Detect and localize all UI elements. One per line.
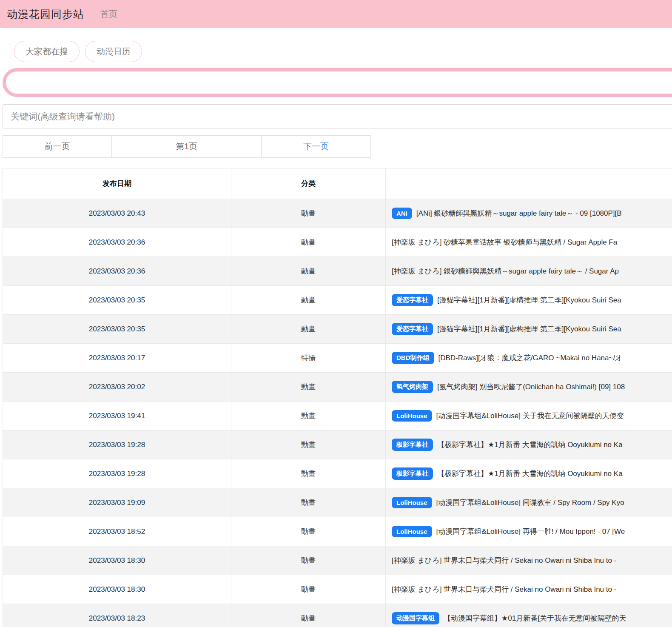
title-link[interactable]: 【动漫国字幕组】★01月新番[关于我在无意间被隔壁的天 (444, 614, 626, 622)
category-cell: 動畫 (231, 199, 386, 228)
release-date-cell: 2023/03/03 18:30 (3, 546, 231, 575)
release-date-cell: 2023/03/03 19:28 (3, 430, 231, 459)
release-date-cell: 2023/03/03 19:41 (3, 402, 231, 430)
next-page-button[interactable]: 下一页 (261, 136, 370, 157)
category-cell: 動畫 (231, 488, 386, 517)
anime-calendar-button[interactable]: 动漫日历 (85, 41, 142, 62)
title-link[interactable]: [DBD-Raws][牙狼：魔戒之花/GARO ~Makai no Hana~/… (439, 354, 623, 362)
release-date-cell: 2023/03/03 20:36 (3, 228, 231, 257)
current-page-indicator: 第1页 (111, 136, 261, 157)
title-link[interactable]: [漫猫字幕社][1月新番][虚构推理 第二季][Kyokou Suiri Sea (437, 325, 621, 333)
release-date-cell: 2023/03/03 18:52 (3, 517, 231, 546)
keyword-input[interactable] (3, 104, 672, 128)
title-link[interactable]: [神楽坂 まひろ] 世界末日与柴犬同行 / Sekai no Owari ni … (392, 585, 616, 593)
col-header-category: 分类 (231, 168, 386, 199)
results-table: 发布日期 分类 2023/03/03 20:43 動畫 ANi[ANi] 銀砂糖… (3, 168, 672, 627)
title-cell: LoliHouse[动漫国字幕组&LoliHouse] 再得一胜! / Mou … (386, 517, 672, 546)
table-row: 2023/03/03 19:28 動畫 极影字幕社【极影字幕社】★1月新番 大雪… (3, 430, 672, 459)
title-cell: LoliHouse[动漫国字幕组&LoliHouse] 关于我在无意间被隔壁的天… (386, 402, 672, 430)
table-row: 2023/03/03 20:43 動畫 ANi[ANi] 銀砂糖師與黑妖精～su… (3, 199, 672, 228)
group-badge[interactable]: 极影字幕社 (392, 439, 433, 451)
category-cell: 動畫 (231, 228, 386, 257)
title-cell: LoliHouse[动漫国字幕组&LoliHouse] 间谍教室 / Spy R… (386, 488, 672, 517)
title-cell: ANi[ANi] 銀砂糖師與黑妖精～sugar apple fairy tale… (386, 199, 672, 228)
group-badge[interactable]: 爱恋字幕社 (392, 294, 433, 306)
prev-page-button[interactable]: 前一页 (3, 136, 111, 157)
title-cell: [神楽坂 まひろ] 銀砂糖師與黑妖精～sugar apple fairy tal… (386, 257, 672, 286)
col-header-title (386, 168, 672, 199)
title-cell: 极影字幕社【极影字幕社】★1月新番 大雪海的凯纳 Ooyukiumi no Ka (386, 430, 672, 459)
category-cell: 動畫 (231, 575, 386, 604)
category-cell: 動畫 (231, 257, 386, 286)
table-row: 2023/03/03 19:41 動畫 LoliHouse[动漫国字幕组&Lol… (3, 402, 672, 430)
hot-search-button[interactable]: 大家都在搜 (14, 41, 80, 62)
quick-links-row: 大家都在搜 动漫日历 (14, 41, 672, 62)
title-cell: 极影字幕社【极影字幕社】★1月新番 大雪海的凯纳 Ooyukiumi no Ka (386, 459, 672, 488)
group-badge[interactable]: 极影字幕社 (392, 467, 433, 480)
top-bar: 动漫花园同步站 首页 (0, 0, 672, 28)
title-cell: 爱恋字幕社[漫貓字幕社][1月新番][虛構推理 第二季][Kyokou Suir… (386, 286, 672, 315)
table-row: 2023/03/03 18:30 動畫 [神楽坂 まひろ] 世界末日与柴犬同行 … (3, 546, 672, 575)
group-badge[interactable]: LoliHouse (392, 497, 432, 508)
table-row: 2023/03/03 19:28 動畫 极影字幕社【极影字幕社】★1月新番 大雪… (3, 459, 672, 488)
nav-home-link[interactable]: 首页 (100, 9, 117, 20)
group-badge[interactable]: LoliHouse (392, 410, 432, 422)
title-link[interactable]: [神楽坂 まひろ] 銀砂糖師與黑妖精～sugar apple fairy tal… (392, 267, 619, 275)
title-link[interactable]: [动漫国字幕组&LoliHouse] 再得一胜! / Mou Ippon! - … (436, 527, 625, 536)
release-date-cell: 2023/03/03 18:30 (3, 575, 231, 604)
category-cell: 動畫 (231, 402, 386, 430)
release-date-cell: 2023/03/03 19:28 (3, 459, 231, 488)
title-link[interactable]: [动漫国字幕组&LoliHouse] 间谍教室 / Spy Room / Spy… (436, 499, 624, 507)
title-cell: 动漫国字幕组【动漫国字幕组】★01月新番[关于我在无意间被隔壁的天 (386, 604, 672, 627)
category-cell: 動畫 (231, 517, 386, 546)
category-cell: 動畫 (231, 546, 386, 575)
title-link[interactable]: 【极影字幕社】★1月新番 大雪海的凯纳 Ooyukiumi no Ka (437, 470, 623, 478)
title-link[interactable]: [神楽坂 まひろ] 砂糖苹果童话故事 银砂糖师与黑妖精 / Sugar Appl… (392, 238, 617, 246)
release-date-cell: 2023/03/03 20:17 (3, 344, 231, 373)
title-link[interactable]: 【极影字幕社】★1月新番 大雪海的凯纳 Ooyukiumi no Ka (437, 441, 623, 449)
category-cell: 動畫 (231, 286, 386, 315)
group-badge[interactable]: ANi (392, 208, 412, 219)
release-date-cell: 2023/03/03 20:35 (3, 286, 231, 315)
group-badge[interactable]: 爱恋字幕社 (392, 323, 433, 335)
table-row: 2023/03/03 20:35 動畫 爱恋字幕社[漫貓字幕社][1月新番][虛… (3, 286, 672, 315)
group-badge[interactable]: LoliHouse (392, 526, 432, 537)
category-cell: 動畫 (231, 604, 386, 627)
title-link[interactable]: [氢气烤肉架] 别当欧尼酱了(Oniichan ha Oshimai!) [09… (437, 383, 625, 391)
category-cell: 動畫 (231, 373, 386, 402)
table-row: 2023/03/03 18:30 動畫 [神楽坂 まひろ] 世界末日与柴犬同行 … (3, 575, 672, 604)
title-cell: [神楽坂 まひろ] 世界末日与柴犬同行 / Sekai no Owari ni … (386, 546, 672, 575)
app-title: 动漫花园同步站 (7, 7, 84, 21)
table-row: 2023/03/03 18:52 動畫 LoliHouse[动漫国字幕组&Lol… (3, 517, 672, 546)
title-link[interactable]: [神楽坂 まひろ] 世界末日与柴犬同行 / Sekai no Owari ni … (392, 556, 616, 564)
title-cell: [神楽坂 まひろ] 砂糖苹果童话故事 银砂糖师与黑妖精 / Sugar Appl… (386, 228, 672, 257)
release-date-cell: 2023/03/03 20:36 (3, 257, 231, 286)
table-row: 2023/03/03 19:09 動畫 LoliHouse[动漫国字幕组&Lol… (3, 488, 672, 517)
release-date-cell: 2023/03/03 20:43 (3, 199, 231, 228)
table-row: 2023/03/03 20:17 特攝 DBD制作组[DBD-Raws][牙狼：… (3, 344, 672, 373)
table-row: 2023/03/03 18:23 動畫 动漫国字幕组【动漫国字幕组】★01月新番… (3, 604, 672, 627)
title-cell: 爱恋字幕社[漫猫字幕社][1月新番][虚构推理 第二季][Kyokou Suir… (386, 315, 672, 344)
release-date-cell: 2023/03/03 18:23 (3, 604, 231, 627)
table-row: 2023/03/03 20:35 動畫 爱恋字幕社[漫猫字幕社][1月新番][虚… (3, 315, 672, 344)
title-cell: 氢气烤肉架[氢气烤肉架] 别当欧尼酱了(Oniichan ha Oshimai!… (386, 373, 672, 402)
release-date-cell: 2023/03/03 20:35 (3, 315, 231, 344)
title-link[interactable]: [漫貓字幕社][1月新番][虛構推理 第二季][Kyokou Suiri Sea (437, 296, 621, 304)
group-badge[interactable]: 动漫国字幕组 (392, 612, 439, 624)
title-cell: DBD制作组[DBD-Raws][牙狼：魔戒之花/GARO ~Makai no … (386, 344, 672, 373)
title-link[interactable]: [动漫国字幕组&LoliHouse] 关于我在无意间被隔壁的天使变 (436, 412, 624, 420)
title-cell: [神楽坂 まひろ] 世界末日与柴犬同行 / Sekai no Owari ni … (386, 575, 672, 604)
group-badge[interactable]: DBD制作组 (392, 352, 434, 364)
table-row: 2023/03/03 20:36 動畫 [神楽坂 まひろ] 銀砂糖師與黑妖精～s… (3, 257, 672, 286)
category-cell: 動畫 (231, 459, 386, 488)
table-header-row: 发布日期 分类 (3, 168, 672, 199)
category-cell: 動畫 (231, 430, 386, 459)
table-row: 2023/03/03 20:02 動畫 氢气烤肉架[氢气烤肉架] 别当欧尼酱了(… (3, 373, 672, 402)
col-header-date: 发布日期 (3, 168, 231, 199)
main-search-input[interactable] (3, 68, 672, 97)
category-cell: 動畫 (231, 315, 386, 344)
release-date-cell: 2023/03/03 19:09 (3, 488, 231, 517)
title-link[interactable]: [ANi] 銀砂糖師與黑妖精～sugar apple fairy tale～ -… (416, 209, 622, 217)
category-cell: 特攝 (231, 344, 386, 373)
group-badge[interactable]: 氢气烤肉架 (392, 381, 433, 393)
